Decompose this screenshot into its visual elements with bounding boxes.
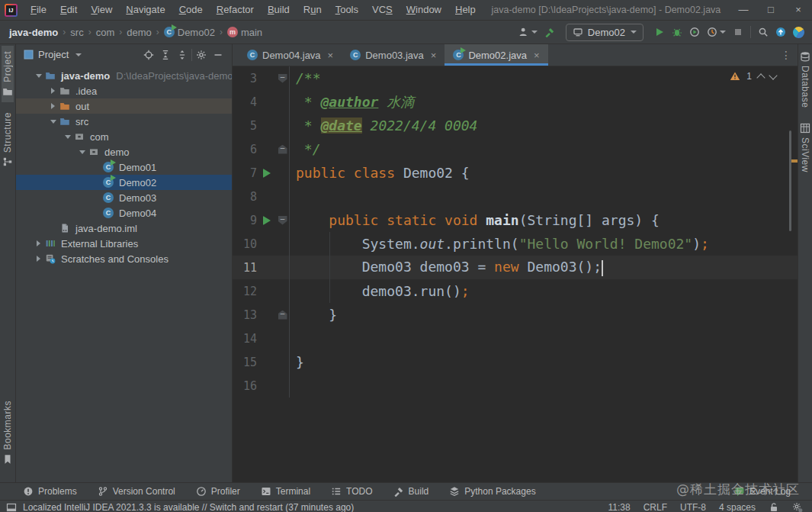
stripe-tab-database[interactable]: Database <box>799 46 811 113</box>
warning-stripe-mark[interactable] <box>791 159 798 163</box>
menu-navigate[interactable]: Navigate <box>119 0 172 20</box>
menu-file[interactable]: File <box>24 0 53 20</box>
stop-button[interactable] <box>733 27 743 37</box>
editor-line-4[interactable]: 4 * @author 水滴 <box>233 90 798 114</box>
line-number[interactable]: 13 <box>233 308 257 322</box>
editor-line-8[interactable]: 8 <box>233 185 798 208</box>
menu-window[interactable]: Window <box>400 0 448 20</box>
line-number[interactable]: 9 <box>233 214 257 227</box>
tree-item-java-demo[interactable]: java-demoD:\IdeaProjects\java-demo <box>16 68 232 83</box>
status-message[interactable]: Localized IntelliJ IDEA 2021.3.3 is avai… <box>23 502 354 512</box>
menu-help[interactable]: Help <box>448 0 483 20</box>
expand-all-button[interactable] <box>158 47 173 63</box>
editor-line-16[interactable]: 16 <box>233 374 798 398</box>
stripe-tab-sciview[interactable]: SciView <box>799 118 811 178</box>
search-everywhere-button[interactable] <box>758 27 769 37</box>
tree-item-java-demo.iml[interactable]: java-demo.iml <box>16 221 232 236</box>
tree-item-demo01[interactable]: CDemo01 <box>16 159 232 175</box>
breadcrumb-item-src[interactable]: src <box>70 27 83 38</box>
toolwindow-version-control[interactable]: Version Control <box>98 486 175 497</box>
editor-line-3[interactable]: 3−/** <box>233 66 798 90</box>
chevron-open-icon[interactable] <box>33 74 44 78</box>
fold-open-icon[interactable]: − <box>276 216 289 225</box>
indent-selector[interactable]: 4 spaces <box>719 502 756 512</box>
line-number[interactable]: 10 <box>233 237 257 251</box>
line-number[interactable]: 12 <box>233 285 257 298</box>
editor-line-5[interactable]: 5 * @date 2022/4/4 0004 <box>233 114 798 137</box>
stripe-tab-structure[interactable]: Structure <box>2 107 14 172</box>
chevron-down-icon[interactable] <box>75 53 82 56</box>
editor[interactable]: 3−/**4 * @author 水滴5 * @date 2022/4/4 00… <box>233 66 798 482</box>
chevron-closed-icon[interactable] <box>33 240 44 246</box>
tab-demo02-java[interactable]: CDemo02.java× <box>445 44 547 66</box>
coverage-button[interactable] <box>689 27 700 37</box>
tab-demo04-java[interactable]: CDemo04.java× <box>239 44 342 66</box>
editor-line-10[interactable]: 10 System.out.println("Hello World! Demo… <box>233 232 798 256</box>
menu-tools[interactable]: Tools <box>329 0 365 20</box>
tree-item-demo02[interactable]: CDemo02 <box>16 175 232 190</box>
minimize-button[interactable]: — <box>730 0 757 20</box>
menu-run[interactable]: Run <box>297 0 329 20</box>
toolwindow-todo[interactable]: TODO <box>331 486 372 497</box>
menu-vcs[interactable]: VCS <box>365 0 400 20</box>
run-config-selector[interactable]: Demo02 <box>566 24 644 41</box>
line-number[interactable]: 14 <box>233 332 257 346</box>
tree-item-src[interactable]: src <box>16 114 232 129</box>
fold-end-icon[interactable]: − <box>276 145 289 154</box>
menu-build[interactable]: Build <box>261 0 297 20</box>
menu-edit[interactable]: Edit <box>53 0 84 20</box>
editor-line-12[interactable]: 12 demo03.run(); <box>233 279 798 303</box>
close-icon[interactable]: × <box>328 50 334 61</box>
stripe-tab-project[interactable]: Project <box>2 46 14 102</box>
tree-item-com[interactable]: com <box>16 129 232 144</box>
fold-end-icon[interactable]: − <box>276 311 289 320</box>
collapse-all-button[interactable] <box>175 47 190 63</box>
line-number[interactable]: 4 <box>233 95 257 109</box>
editor-line-6[interactable]: 6− */ <box>233 137 798 161</box>
chevron-closed-icon[interactable] <box>33 256 44 262</box>
encoding-selector[interactable]: UTF-8 <box>680 502 706 512</box>
project-panel-title[interactable]: Project <box>38 49 69 60</box>
chevron-open-icon[interactable] <box>47 120 59 124</box>
tab-demo03-java[interactable]: CDemo03.java× <box>342 44 445 66</box>
line-ending-selector[interactable]: CRLF <box>644 502 667 512</box>
editor-line-15[interactable]: 15} <box>233 350 798 374</box>
more-tabs-icon[interactable]: ⋮ <box>781 44 791 66</box>
debug-button[interactable] <box>672 27 682 37</box>
run-gutter-icon[interactable] <box>257 169 276 178</box>
close-button[interactable]: × <box>785 0 812 20</box>
run-gutter-icon[interactable] <box>257 216 276 225</box>
line-number[interactable]: 15 <box>233 356 257 369</box>
previous-problem-icon[interactable] <box>756 73 765 82</box>
editor-line-7[interactable]: 7public class Demo02 { <box>233 161 798 185</box>
chevron-open-icon[interactable] <box>62 135 73 139</box>
chevron-closed-icon[interactable] <box>47 103 59 109</box>
gear-icon[interactable] <box>792 502 803 512</box>
tree-item-scratches-and-consoles[interactable]: Scratches and Consoles <box>16 251 232 266</box>
line-number[interactable]: 5 <box>233 119 257 133</box>
close-icon[interactable]: × <box>431 50 437 61</box>
tool-windows-toggle-icon[interactable] <box>6 502 17 512</box>
toolwindow-problems[interactable]: Problems <box>23 486 77 497</box>
profiler-button[interactable] <box>707 27 726 37</box>
inspection-widget[interactable]: 1 <box>730 71 776 82</box>
editor-line-9[interactable]: 9− public static void main(String[] args… <box>233 208 798 232</box>
event-log-button[interactable]: Event Log <box>734 486 791 497</box>
line-number[interactable]: 3 <box>233 72 257 85</box>
user-button[interactable] <box>518 27 538 37</box>
close-icon[interactable]: × <box>534 50 540 61</box>
line-number[interactable]: 8 <box>233 190 257 204</box>
tree-item-demo03[interactable]: CDemo03 <box>16 190 232 205</box>
stripe-tab-bookmarks[interactable]: Bookmarks <box>2 395 14 470</box>
tree-item-demo04[interactable]: CDemo04 <box>16 205 232 221</box>
build-button[interactable] <box>544 27 555 37</box>
gear-button[interactable] <box>194 47 209 63</box>
menu-code[interactable]: Code <box>172 0 210 20</box>
breadcrumb-item-java-demo[interactable]: java-demo <box>9 27 58 38</box>
unlock-icon[interactable] <box>769 502 779 512</box>
fold-open-icon[interactable]: − <box>276 74 289 83</box>
chevron-closed-icon[interactable] <box>47 88 59 94</box>
maximize-button[interactable]: □ <box>757 0 785 20</box>
breadcrumb-item-com[interactable]: com <box>96 27 115 38</box>
toolwindow-build[interactable]: Build <box>393 486 429 497</box>
